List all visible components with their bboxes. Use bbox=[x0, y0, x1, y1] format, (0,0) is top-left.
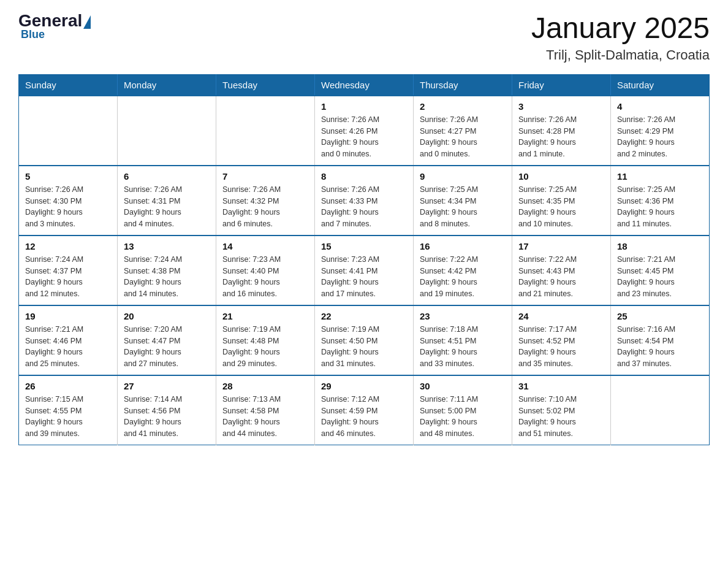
calendar-cell: 11Sunrise: 7:25 AM Sunset: 4:36 PM Dayli… bbox=[611, 166, 710, 236]
calendar-cell: 2Sunrise: 7:26 AM Sunset: 4:27 PM Daylig… bbox=[414, 96, 512, 166]
calendar-cell: 9Sunrise: 7:25 AM Sunset: 4:34 PM Daylig… bbox=[414, 166, 512, 236]
day-info: Sunrise: 7:26 AM Sunset: 4:33 PM Dayligh… bbox=[321, 184, 407, 230]
month-year-title: January 2025 bbox=[531, 12, 710, 45]
calendar-cell: 21Sunrise: 7:19 AM Sunset: 4:48 PM Dayli… bbox=[216, 305, 315, 375]
calendar-table: SundayMondayTuesdayWednesdayThursdayFrid… bbox=[18, 74, 710, 445]
calendar-cell: 13Sunrise: 7:24 AM Sunset: 4:38 PM Dayli… bbox=[118, 236, 216, 305]
day-info: Sunrise: 7:26 AM Sunset: 4:31 PM Dayligh… bbox=[124, 184, 210, 230]
day-number: 11 bbox=[617, 171, 703, 182]
day-number: 18 bbox=[617, 241, 703, 251]
day-number: 3 bbox=[518, 101, 604, 112]
day-number: 29 bbox=[321, 381, 407, 391]
day-info: Sunrise: 7:15 AM Sunset: 4:55 PM Dayligh… bbox=[25, 394, 111, 440]
day-number: 27 bbox=[124, 381, 210, 391]
day-info: Sunrise: 7:20 AM Sunset: 4:47 PM Dayligh… bbox=[124, 324, 210, 370]
calendar-cell: 27Sunrise: 7:14 AM Sunset: 4:56 PM Dayli… bbox=[118, 375, 216, 445]
calendar-cell: 3Sunrise: 7:26 AM Sunset: 4:28 PM Daylig… bbox=[512, 96, 611, 166]
day-number: 13 bbox=[124, 241, 210, 251]
calendar-cell bbox=[611, 375, 710, 445]
day-number: 26 bbox=[25, 381, 111, 391]
day-number: 17 bbox=[518, 241, 604, 251]
calendar-day-header: Thursday bbox=[414, 74, 512, 96]
calendar-cell: 6Sunrise: 7:26 AM Sunset: 4:31 PM Daylig… bbox=[118, 166, 216, 236]
day-info: Sunrise: 7:24 AM Sunset: 4:38 PM Dayligh… bbox=[124, 254, 210, 300]
calendar-day-header: Tuesday bbox=[216, 74, 315, 96]
day-number: 12 bbox=[25, 241, 111, 251]
day-info: Sunrise: 7:26 AM Sunset: 4:29 PM Dayligh… bbox=[617, 114, 703, 160]
day-info: Sunrise: 7:26 AM Sunset: 4:26 PM Dayligh… bbox=[321, 114, 407, 160]
calendar-week-row: 1Sunrise: 7:26 AM Sunset: 4:26 PM Daylig… bbox=[19, 96, 710, 166]
calendar-cell: 25Sunrise: 7:16 AM Sunset: 4:54 PM Dayli… bbox=[611, 305, 710, 375]
calendar-cell: 24Sunrise: 7:17 AM Sunset: 4:52 PM Dayli… bbox=[512, 305, 611, 375]
calendar-cell: 20Sunrise: 7:20 AM Sunset: 4:47 PM Dayli… bbox=[118, 305, 216, 375]
day-info: Sunrise: 7:21 AM Sunset: 4:45 PM Dayligh… bbox=[617, 254, 703, 300]
day-info: Sunrise: 7:18 AM Sunset: 4:51 PM Dayligh… bbox=[420, 324, 506, 370]
calendar-cell: 16Sunrise: 7:22 AM Sunset: 4:42 PM Dayli… bbox=[414, 236, 512, 305]
calendar-cell: 29Sunrise: 7:12 AM Sunset: 4:59 PM Dayli… bbox=[315, 375, 414, 445]
day-info: Sunrise: 7:11 AM Sunset: 5:00 PM Dayligh… bbox=[420, 394, 506, 440]
calendar-cell: 10Sunrise: 7:25 AM Sunset: 4:35 PM Dayli… bbox=[512, 166, 611, 236]
day-number: 14 bbox=[222, 241, 308, 251]
calendar-day-header: Monday bbox=[118, 74, 216, 96]
logo: General Blue bbox=[18, 12, 92, 41]
day-number: 23 bbox=[420, 311, 506, 321]
calendar-day-header: Saturday bbox=[611, 74, 710, 96]
day-number: 25 bbox=[617, 311, 703, 321]
calendar-cell: 31Sunrise: 7:10 AM Sunset: 5:02 PM Dayli… bbox=[512, 375, 611, 445]
day-number: 5 bbox=[25, 171, 111, 182]
calendar-cell: 19Sunrise: 7:21 AM Sunset: 4:46 PM Dayli… bbox=[19, 305, 118, 375]
calendar-cell: 14Sunrise: 7:23 AM Sunset: 4:40 PM Dayli… bbox=[216, 236, 315, 305]
day-info: Sunrise: 7:25 AM Sunset: 4:35 PM Dayligh… bbox=[518, 184, 604, 230]
calendar-header-row: SundayMondayTuesdayWednesdayThursdayFrid… bbox=[19, 74, 710, 96]
calendar-cell bbox=[216, 96, 315, 166]
day-info: Sunrise: 7:22 AM Sunset: 4:43 PM Dayligh… bbox=[518, 254, 604, 300]
calendar-cell: 4Sunrise: 7:26 AM Sunset: 4:29 PM Daylig… bbox=[611, 96, 710, 166]
page-header: General Blue January 2025 Trilj, Split-D… bbox=[18, 12, 710, 63]
calendar-cell: 12Sunrise: 7:24 AM Sunset: 4:37 PM Dayli… bbox=[19, 236, 118, 305]
day-number: 30 bbox=[420, 381, 506, 391]
day-info: Sunrise: 7:14 AM Sunset: 4:56 PM Dayligh… bbox=[124, 394, 210, 440]
day-number: 7 bbox=[222, 171, 308, 182]
calendar-cell bbox=[118, 96, 216, 166]
calendar-cell bbox=[19, 96, 118, 166]
day-number: 1 bbox=[321, 101, 407, 112]
logo-general-text: General bbox=[18, 12, 82, 29]
calendar-cell: 8Sunrise: 7:26 AM Sunset: 4:33 PM Daylig… bbox=[315, 166, 414, 236]
day-info: Sunrise: 7:17 AM Sunset: 4:52 PM Dayligh… bbox=[518, 324, 604, 370]
day-number: 8 bbox=[321, 171, 407, 182]
day-info: Sunrise: 7:26 AM Sunset: 4:27 PM Dayligh… bbox=[420, 114, 506, 160]
calendar-cell: 7Sunrise: 7:26 AM Sunset: 4:32 PM Daylig… bbox=[216, 166, 315, 236]
calendar-day-header: Sunday bbox=[19, 74, 118, 96]
day-info: Sunrise: 7:21 AM Sunset: 4:46 PM Dayligh… bbox=[25, 324, 111, 370]
day-info: Sunrise: 7:19 AM Sunset: 4:50 PM Dayligh… bbox=[321, 324, 407, 370]
calendar-cell: 5Sunrise: 7:26 AM Sunset: 4:30 PM Daylig… bbox=[19, 166, 118, 236]
day-info: Sunrise: 7:13 AM Sunset: 4:58 PM Dayligh… bbox=[222, 394, 308, 440]
day-info: Sunrise: 7:26 AM Sunset: 4:30 PM Dayligh… bbox=[25, 184, 111, 230]
day-number: 31 bbox=[518, 381, 604, 391]
day-number: 15 bbox=[321, 241, 407, 251]
calendar-cell: 1Sunrise: 7:26 AM Sunset: 4:26 PM Daylig… bbox=[315, 96, 414, 166]
calendar-week-row: 12Sunrise: 7:24 AM Sunset: 4:37 PM Dayli… bbox=[19, 236, 710, 305]
day-number: 28 bbox=[222, 381, 308, 391]
day-number: 19 bbox=[25, 311, 111, 321]
day-info: Sunrise: 7:25 AM Sunset: 4:36 PM Dayligh… bbox=[617, 184, 703, 230]
calendar-day-header: Friday bbox=[512, 74, 611, 96]
location-subtitle: Trilj, Split-Dalmatia, Croatia bbox=[531, 47, 710, 63]
day-info: Sunrise: 7:26 AM Sunset: 4:28 PM Dayligh… bbox=[518, 114, 604, 160]
calendar-cell: 28Sunrise: 7:13 AM Sunset: 4:58 PM Dayli… bbox=[216, 375, 315, 445]
calendar-cell: 26Sunrise: 7:15 AM Sunset: 4:55 PM Dayli… bbox=[19, 375, 118, 445]
title-block: January 2025 Trilj, Split-Dalmatia, Croa… bbox=[531, 12, 710, 63]
day-number: 6 bbox=[124, 171, 210, 182]
calendar-week-row: 5Sunrise: 7:26 AM Sunset: 4:30 PM Daylig… bbox=[19, 166, 710, 236]
logo-triangle-icon bbox=[83, 15, 91, 29]
calendar-cell: 22Sunrise: 7:19 AM Sunset: 4:50 PM Dayli… bbox=[315, 305, 414, 375]
day-number: 4 bbox=[617, 101, 703, 112]
day-info: Sunrise: 7:26 AM Sunset: 4:32 PM Dayligh… bbox=[222, 184, 308, 230]
day-info: Sunrise: 7:16 AM Sunset: 4:54 PM Dayligh… bbox=[617, 324, 703, 370]
day-number: 24 bbox=[518, 311, 604, 321]
calendar-cell: 15Sunrise: 7:23 AM Sunset: 4:41 PM Dayli… bbox=[315, 236, 414, 305]
day-info: Sunrise: 7:22 AM Sunset: 4:42 PM Dayligh… bbox=[420, 254, 506, 300]
calendar-cell: 18Sunrise: 7:21 AM Sunset: 4:45 PM Dayli… bbox=[611, 236, 710, 305]
day-info: Sunrise: 7:12 AM Sunset: 4:59 PM Dayligh… bbox=[321, 394, 407, 440]
day-number: 20 bbox=[124, 311, 210, 321]
